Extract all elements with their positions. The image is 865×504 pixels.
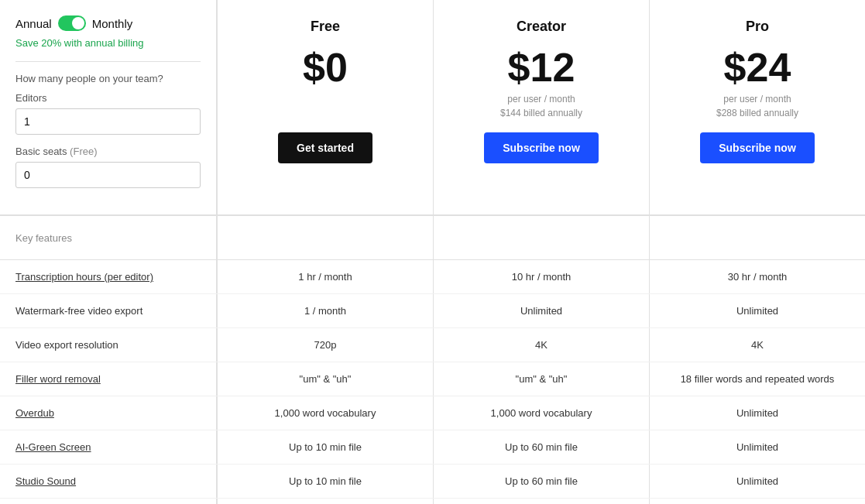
- pro-plan-name: Pro: [746, 19, 769, 35]
- feature-value: 10 hr / month: [433, 260, 649, 293]
- feature-row: AI-Green ScreenUp to 10 min fileUp to 60…: [0, 430, 865, 465]
- billing-toggle: Annual Monthly: [15, 15, 201, 31]
- feature-value: 4K: [433, 328, 649, 362]
- creator-plan-name: Creator: [517, 19, 566, 35]
- creator-plan-price: $12: [508, 47, 575, 87]
- feature-value: Unlimited: [649, 430, 865, 464]
- feature-row: Studio SoundUp to 10 min fileUp to 60 mi…: [0, 465, 865, 499]
- feature-label-link[interactable]: Filler word removal: [15, 373, 101, 385]
- feature-label-link[interactable]: AI-Green Screen: [15, 441, 91, 453]
- feature-value: 1 hr / month: [217, 260, 433, 293]
- feature-value: "um" & "uh": [217, 362, 433, 396]
- feature-value: First 12 results per search: [433, 499, 649, 504]
- pro-plan-price-sub: per user / month $288 billed annually: [716, 92, 798, 120]
- creator-plan-price-sub: per user / month $144 billed annually: [500, 92, 582, 120]
- feature-row: Overdub1,000 word vocabulary1,000 word v…: [0, 396, 865, 430]
- feature-value: 30 hr / month: [649, 260, 865, 293]
- feature-value: 1 / month: [217, 294, 433, 327]
- save-badge: Save 20% with annual billing: [15, 37, 201, 49]
- free-plan-button[interactable]: Get started: [278, 132, 372, 163]
- feature-value: Up to 60 min file: [433, 430, 649, 464]
- feature-label: Watermark-free video export: [0, 294, 217, 327]
- feature-value: Unlimited: [649, 465, 865, 498]
- feature-value: 720p: [217, 328, 433, 362]
- feature-value: Unlimited: [649, 396, 865, 430]
- team-question: How many people on your team?: [15, 73, 201, 84]
- pro-subscribe-button[interactable]: Subscribe now: [700, 132, 815, 163]
- free-plan-name: Free: [311, 19, 340, 35]
- feature-row: Stock libraryFirst 5 results per searchF…: [0, 499, 865, 504]
- feature-label-link[interactable]: Studio Sound: [15, 475, 76, 487]
- feature-value: Up to 60 min file: [433, 465, 649, 498]
- feature-label-link[interactable]: Transcription hours (per editor): [15, 271, 153, 283]
- pro-plan-price: $24: [724, 47, 791, 87]
- feature-value: Unlimited: [649, 499, 865, 504]
- feature-value: Up to 10 min file: [217, 465, 433, 498]
- feature-value: Unlimited: [649, 294, 865, 327]
- toggle-switch[interactable]: [58, 15, 86, 31]
- feature-value: Up to 10 min file: [217, 430, 433, 464]
- basic-seats-input[interactable]: [15, 162, 201, 188]
- annual-label: Annual: [15, 17, 52, 30]
- key-features-label: Key features: [0, 216, 217, 259]
- feature-value: First 5 results per search: [217, 499, 433, 504]
- basic-seats-label: Basic seats (Free): [15, 146, 201, 157]
- feature-value: "um" & "uh": [433, 362, 649, 396]
- feature-value: 4K: [649, 328, 865, 362]
- feature-value: 1,000 word vocabulary: [217, 396, 433, 430]
- feature-row: Transcription hours (per editor)1 hr / m…: [0, 260, 865, 294]
- editors-label: Editors: [15, 92, 201, 104]
- feature-value: 18 filler words and repeated words: [649, 362, 865, 396]
- monthly-label: Monthly: [92, 17, 133, 30]
- editors-input[interactable]: [15, 108, 201, 135]
- feature-row: Video export resolution720p4K4K: [0, 328, 865, 362]
- feature-row: Filler word removal"um" & "uh""um" & "uh…: [0, 362, 865, 396]
- feature-label: Video export resolution: [0, 328, 217, 362]
- creator-subscribe-button[interactable]: Subscribe now: [484, 132, 599, 163]
- feature-label-link[interactable]: Overdub: [15, 407, 54, 419]
- feature-value: 1,000 word vocabulary: [433, 396, 649, 430]
- feature-value: Unlimited: [433, 294, 649, 327]
- free-plan-price: $0: [303, 47, 348, 87]
- feature-row: Watermark-free video export1 / monthUnli…: [0, 294, 865, 328]
- features-list: Transcription hours (per editor)1 hr / m…: [0, 260, 865, 504]
